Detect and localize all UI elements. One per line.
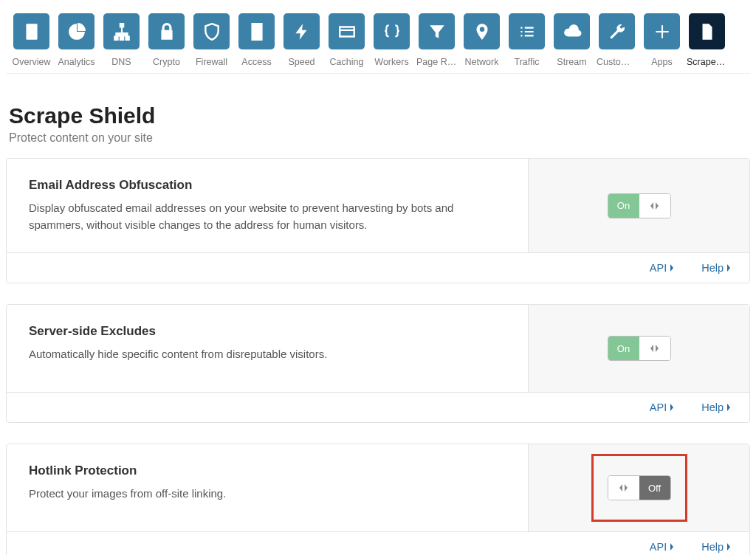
nav-tile-access[interactable]: Access (238, 13, 275, 67)
help-link[interactable]: Help (701, 541, 732, 553)
doc-icon (689, 13, 725, 49)
page-title: Scrape Shield (9, 103, 747, 128)
page-header: Scrape Shield Protect content on your si… (6, 74, 750, 158)
nav-tile-workers[interactable]: Workers (374, 13, 410, 67)
card-control-area: On (528, 159, 749, 252)
shield-icon (193, 13, 230, 49)
toggle-on-side (608, 476, 639, 500)
nav-tile-stream[interactable]: Stream (554, 13, 590, 67)
nav-tile-scrape-s-[interactable]: Scrape S… (689, 13, 725, 67)
nav-label: Network (465, 57, 499, 67)
toggle-switch[interactable]: Off (608, 475, 671, 500)
nav-tile-overview[interactable]: Overview (13, 13, 49, 67)
nav-label: Page Rules (416, 57, 457, 67)
toggle-handle-icon (650, 345, 659, 352)
help-link[interactable]: Help (701, 262, 732, 274)
settings-card: Server-side Excludes Automatically hide … (6, 304, 750, 423)
nav-label: Stream (557, 57, 586, 67)
nav-label: Overview (12, 57, 50, 67)
toggle-on-side: On (608, 337, 639, 360)
top-nav: Overview Analytics DNS Crypto Firewall A… (6, 0, 750, 74)
nav-label: Access (241, 57, 271, 67)
nav-label: Scrape S… (687, 57, 727, 67)
nav-label: Speed (288, 57, 315, 67)
pin-icon (464, 13, 500, 49)
nav-label: Apps (651, 57, 673, 67)
nav-tile-analytics[interactable]: Analytics (58, 13, 94, 67)
cloud-icon (554, 13, 590, 49)
nav-tile-caching[interactable]: Caching (329, 13, 365, 67)
nav-tile-apps[interactable]: Apps (644, 13, 680, 67)
nav-tile-firewall[interactable]: Firewall (193, 13, 230, 67)
toggle-off-side: Off (639, 476, 670, 500)
nav-label: Traffic (514, 57, 539, 67)
toggle-on-side: On (608, 194, 639, 218)
nav-label: Custom … (597, 57, 637, 67)
card-title: Hotlink Protection (29, 463, 506, 478)
plus-icon (644, 13, 680, 49)
door-icon (238, 13, 275, 49)
settings-card: Email Address Obfuscation Display obfusc… (6, 158, 750, 283)
sitemap-icon (103, 13, 140, 49)
card-description: Display obfuscated email addresses on yo… (29, 200, 501, 233)
wrench-icon (599, 13, 635, 49)
help-link[interactable]: Help (701, 401, 732, 413)
card-control-area: Off (528, 444, 749, 531)
nav-tile-dns[interactable]: DNS (103, 13, 140, 67)
card-footer: API Help (7, 392, 749, 422)
nav-tile-network[interactable]: Network (464, 13, 500, 67)
nav-label: Crypto (153, 57, 180, 67)
toggle-handle-icon (619, 484, 628, 492)
card-description: Protect your images from off-site linkin… (29, 486, 501, 503)
toggle-switch[interactable]: On (608, 193, 671, 218)
nav-tile-speed[interactable]: Speed (284, 13, 320, 67)
api-link[interactable]: API (650, 401, 675, 413)
toggle-off-side (639, 194, 670, 218)
nav-label: Caching (330, 57, 364, 67)
toggle-handle-icon (650, 202, 659, 210)
card-footer: API Help (7, 531, 749, 555)
braces-icon (374, 13, 410, 49)
card-title: Server-side Excludes (29, 324, 506, 339)
pie-icon (58, 13, 94, 49)
nav-tile-traffic[interactable]: Traffic (509, 13, 545, 67)
api-link[interactable]: API (650, 262, 675, 274)
card-icon (329, 13, 365, 49)
toggle-off-side (639, 337, 670, 360)
page-subtitle: Protect content on your site (9, 131, 747, 145)
nav-label: DNS (111, 57, 131, 67)
nav-tile-crypto[interactable]: Crypto (148, 13, 185, 67)
toggle-switch[interactable]: On (608, 336, 671, 361)
settings-card: Hotlink Protection Protect your images f… (6, 444, 750, 555)
funnel-icon (419, 13, 455, 49)
nav-tile-custom-[interactable]: Custom … (599, 13, 635, 67)
card-footer: API Help (7, 252, 749, 283)
lock-icon (148, 13, 185, 49)
card-title: Email Address Obfuscation (29, 178, 506, 193)
card-description: Automatically hide specific content from… (29, 346, 501, 363)
nav-label: Analytics (58, 57, 94, 67)
api-link[interactable]: API (650, 541, 675, 553)
nav-tile-page-rules[interactable]: Page Rules (419, 13, 455, 67)
nav-label: Workers (374, 57, 408, 67)
list-icon (509, 13, 545, 49)
nav-label: Firewall (196, 57, 227, 67)
clipboard-icon (13, 13, 49, 49)
card-control-area: On (528, 305, 749, 392)
bolt-icon (284, 13, 320, 49)
